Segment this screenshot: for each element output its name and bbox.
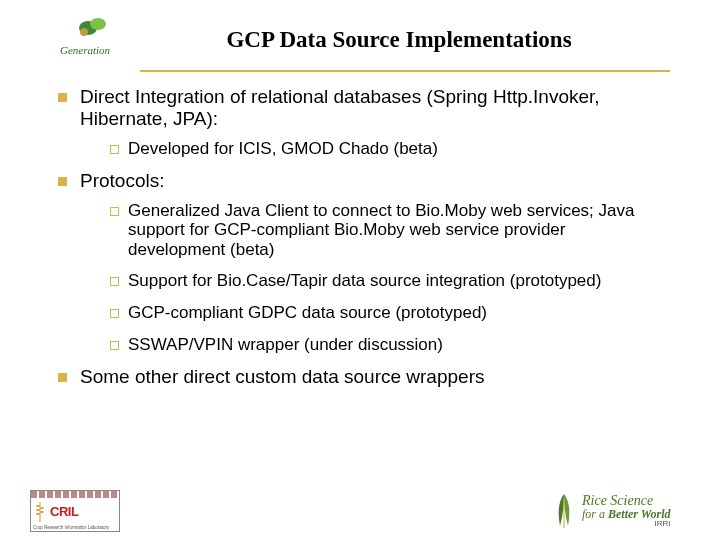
svg-point-6 bbox=[40, 511, 44, 513]
svg-point-5 bbox=[36, 509, 40, 511]
svg-point-3 bbox=[36, 505, 40, 507]
title-rule bbox=[140, 70, 670, 72]
bullet-level1: Some other direct custom data source wra… bbox=[56, 366, 660, 388]
cril-logo: CRIL Crop Research Informatics Laborator… bbox=[30, 490, 120, 532]
svg-point-4 bbox=[40, 507, 44, 509]
rice-science-logo: Rice Science for a Better World IRRI bbox=[550, 490, 690, 532]
generation-logo: Generation bbox=[50, 10, 140, 70]
bullet-level2: GCP-compliant GDPC data source (prototyp… bbox=[108, 303, 660, 323]
bullet-level1: Direct Integration of relational databas… bbox=[56, 86, 660, 158]
svg-point-1 bbox=[90, 18, 106, 30]
cril-text: CRIL bbox=[50, 504, 78, 519]
bullet-level2: Developed for ICIS, GMOD Chado (beta) bbox=[108, 139, 660, 159]
cril-subtitle: Crop Research Informatics Laboratory bbox=[31, 526, 119, 532]
bullet-level2: Support for Bio.Case/Tapir data source i… bbox=[108, 271, 660, 291]
slide-body: Direct Integration of relational databas… bbox=[50, 82, 670, 388]
rice-line1: Rice Science bbox=[582, 494, 671, 508]
irri-label: IRRI bbox=[582, 520, 671, 528]
bullet-level2: SSWAP/VPIN wrapper (under discussion) bbox=[108, 335, 660, 355]
svg-point-7 bbox=[36, 513, 40, 515]
bullet-text: Protocols: bbox=[80, 170, 164, 191]
bullet-text: Direct Integration of relational databas… bbox=[80, 86, 600, 129]
bullet-text: Some other direct custom data source wra… bbox=[80, 366, 484, 387]
bullet-level2: Generalized Java Client to connect to Bi… bbox=[108, 201, 660, 260]
wheat-icon bbox=[33, 500, 47, 524]
rice-leaf-icon bbox=[550, 492, 578, 530]
slide-title: GCP Data Source Implementations bbox=[148, 27, 670, 53]
leaf-icon bbox=[78, 14, 108, 38]
bullet-level1: Protocols:Generalized Java Client to con… bbox=[56, 170, 660, 354]
svg-point-2 bbox=[80, 28, 88, 36]
logo-text: Generation bbox=[60, 44, 110, 56]
